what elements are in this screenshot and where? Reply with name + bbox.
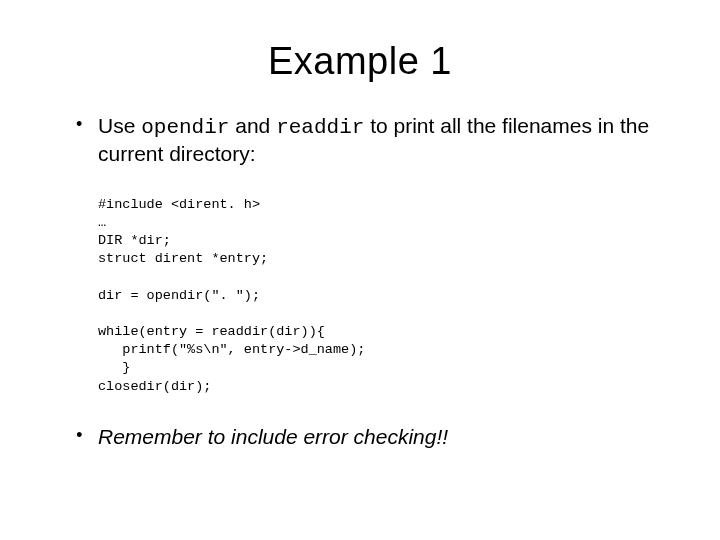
bullet-item-2: Remember to include error checking!!	[76, 424, 670, 450]
bullet-item-1: Use opendir and readdir to print all the…	[76, 113, 670, 168]
bullet-list-1: Use opendir and readdir to print all the…	[50, 113, 670, 168]
bullet1-pre: Use	[98, 114, 141, 137]
page-title: Example 1	[50, 40, 670, 83]
code-block: #include <dirent. h> … DIR *dir; struct …	[98, 196, 670, 396]
bullet-list-2: Remember to include error checking!!	[50, 424, 670, 450]
bullet1-code2: readdir	[276, 116, 364, 139]
bullet1-code1: opendir	[141, 116, 229, 139]
bullet1-mid: and	[229, 114, 276, 137]
slide: Example 1 Use opendir and readdir to pri…	[0, 0, 720, 540]
